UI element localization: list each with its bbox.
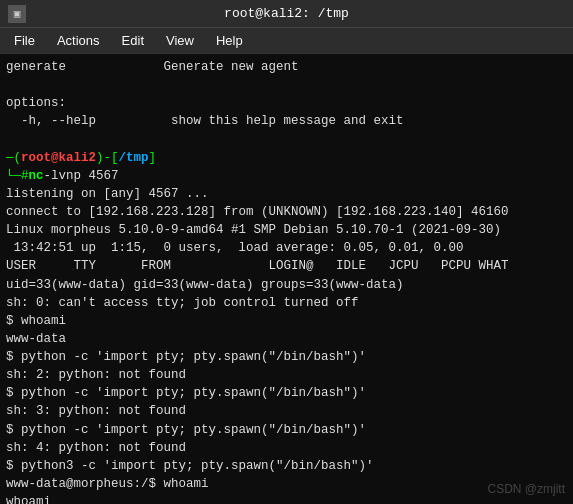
- terminal-line: whoami: [6, 493, 567, 504]
- cmd-args: -lvnp 4567: [44, 167, 119, 185]
- terminal-line: $ python -c 'import pty; pty.spawn("/bin…: [6, 384, 567, 402]
- title-bar: ▣ root@kali2: /tmp: [0, 0, 573, 28]
- terminal-line: $ whoami: [6, 312, 567, 330]
- prompt-open-bracket: ─(: [6, 149, 21, 167]
- terminal-line: $ python -c 'import pty; pty.spawn("/bin…: [6, 348, 567, 366]
- terminal-line: options:: [6, 94, 567, 112]
- prompt-user: root@kali2: [21, 149, 96, 167]
- title-bar-left: ▣: [8, 5, 26, 23]
- terminal-line: USER TTY FROM LOGIN@ IDLE JCPU PCPU WHAT: [6, 257, 567, 275]
- terminal-body[interactable]: generate Generate new agent options: -h,…: [0, 54, 573, 504]
- menu-help[interactable]: Help: [206, 31, 253, 50]
- terminal-line: 13:42:51 up 1:15, 0 users, load average:…: [6, 239, 567, 257]
- hash-symbol: └─#: [6, 167, 29, 185]
- title-text: root@kali2: /tmp: [224, 6, 349, 21]
- menu-bar: File Actions Edit View Help: [0, 28, 573, 54]
- terminal-line: www-data@morpheus:/$ whoami: [6, 475, 567, 493]
- menu-view[interactable]: View: [156, 31, 204, 50]
- menu-edit[interactable]: Edit: [112, 31, 154, 50]
- terminal-line: sh: 0: can't access tty; job control tur…: [6, 294, 567, 312]
- watermark: CSDN @zmjitt: [487, 482, 565, 496]
- hash-line: └─# nc -lvnp 4567: [6, 167, 567, 185]
- terminal-line: sh: 2: python: not found: [6, 366, 567, 384]
- cmd-nc: nc: [29, 167, 44, 185]
- terminal-line: Linux morpheus 5.10.0-9-amd64 #1 SMP Deb…: [6, 221, 567, 239]
- terminal-line: www-data: [6, 330, 567, 348]
- prompt-dir: /tmp: [119, 149, 149, 167]
- terminal-line: $ python3 -c 'import pty; pty.spawn("/bi…: [6, 457, 567, 475]
- terminal-line: [6, 76, 567, 94]
- terminal-line: uid=33(www-data) gid=33(www-data) groups…: [6, 276, 567, 294]
- prompt-close-bracket: ]: [149, 149, 157, 167]
- terminal-line: listening on [any] 4567 ...: [6, 185, 567, 203]
- terminal-line: generate Generate new agent: [6, 58, 567, 76]
- prompt-line: ─(root@kali2)-[/tmp]: [6, 149, 567, 167]
- terminal-line: -h, --help show this help message and ex…: [6, 112, 567, 130]
- menu-file[interactable]: File: [4, 31, 45, 50]
- menu-actions[interactable]: Actions: [47, 31, 110, 50]
- prompt-dash: )-[: [96, 149, 119, 167]
- terminal-icon: ▣: [8, 5, 26, 23]
- terminal-line: sh: 4: python: not found: [6, 439, 567, 457]
- terminal-line: $ python -c 'import pty; pty.spawn("/bin…: [6, 421, 567, 439]
- terminal-line: [6, 131, 567, 149]
- terminal-line: connect to [192.168.223.128] from (UNKNO…: [6, 203, 567, 221]
- terminal-line: sh: 3: python: not found: [6, 402, 567, 420]
